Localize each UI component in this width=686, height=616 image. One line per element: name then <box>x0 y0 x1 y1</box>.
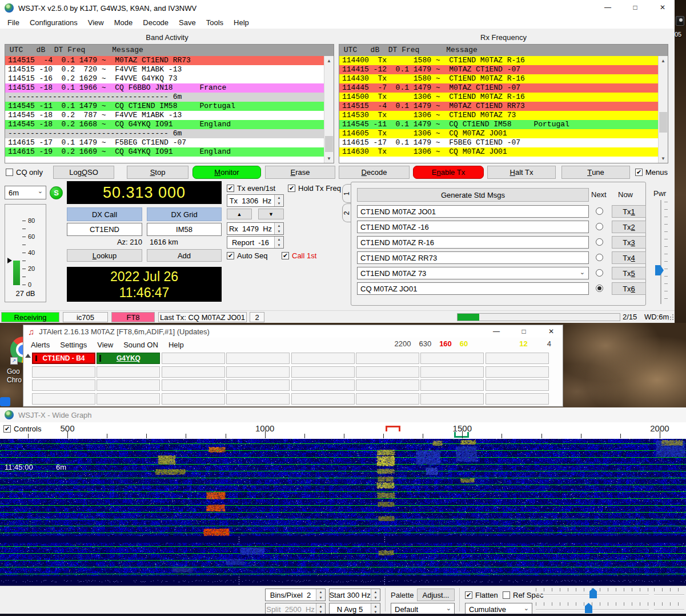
maximize-button[interactable]: □ <box>624 0 647 15</box>
jtalert-cell[interactable]: G4YKQ <box>97 353 160 364</box>
tx-now-button-5[interactable]: Tx 5 <box>612 267 646 279</box>
decode-button[interactable]: Decode <box>339 166 410 179</box>
hold-tx-freq-checkbox[interactable]: Hold Tx Freq <box>288 183 341 193</box>
call-first-checkbox[interactable]: Call 1st <box>282 251 316 260</box>
freq-down-button[interactable]: ▼ <box>258 209 284 219</box>
menu-configurations[interactable]: Configurations <box>25 17 83 28</box>
decode-row[interactable]: 114515 -16 0.2 1629 ~ F4VVE G4YKQ 73 <box>5 74 324 83</box>
menu-save[interactable]: Save <box>174 17 201 28</box>
tx-next-radio-3[interactable] <box>596 238 603 246</box>
jtalert-cell[interactable] <box>420 353 484 364</box>
maximize-button[interactable]: □ <box>512 325 535 338</box>
jtalert-cell[interactable] <box>226 379 290 391</box>
menu-sound[interactable]: Sound ON <box>118 339 163 350</box>
menus-checkbox[interactable]: Menus <box>635 167 668 177</box>
decode-row[interactable]: 114515 -18 0.1 1966 ~ CQ F6BBO JN18 Fran… <box>5 83 324 93</box>
jtalert-cell[interactable] <box>291 393 355 405</box>
jtalert-cell[interactable] <box>356 353 419 364</box>
waterfall-canvas[interactable] <box>0 439 686 586</box>
spinner-arrows-icon[interactable]: ▲▼ <box>274 195 283 206</box>
tx-message-4-input[interactable]: CT1END M0TAZ RR73 <box>357 251 589 264</box>
jtalert-cell[interactable] <box>420 393 484 405</box>
spinner-arrows-icon[interactable]: ▲▼ <box>316 589 325 601</box>
menu-view[interactable]: View <box>92 339 118 350</box>
enable-tx-button[interactable]: Enable Tx <box>413 166 484 179</box>
jtalert-cell[interactable] <box>356 393 419 405</box>
jtalert-cell[interactable]: CT1END - B4 <box>32 353 95 364</box>
tab-1[interactable]: 1 <box>342 184 351 203</box>
jtalert-cell[interactable] <box>420 379 484 391</box>
minimize-button[interactable]: — <box>596 0 619 15</box>
scroll-up-icon[interactable]: ▲ <box>659 56 668 65</box>
radio-app-icon[interactable] <box>676 16 684 26</box>
jtalert-cell[interactable] <box>32 393 95 405</box>
tab-2[interactable]: 2 <box>342 203 351 222</box>
adjust-button[interactable]: Adjust... <box>417 589 455 601</box>
tx-even-checkbox[interactable]: Tx even/1st <box>227 183 275 193</box>
tx-next-radio-5[interactable] <box>596 269 603 277</box>
desktop-icon-partial[interactable] <box>0 397 10 406</box>
monitor-button[interactable]: Monitor <box>192 166 261 179</box>
jtalert-cell[interactable] <box>97 379 160 391</box>
decode-row[interactable]: 114515 -4 0.1 1479 ~ M0TAZ CT1END RR73 <box>339 102 658 111</box>
menu-settings[interactable]: Settings <box>55 339 92 350</box>
jtalert-cell[interactable] <box>291 366 355 378</box>
decode-row[interactable]: 114530 Tx 1306 ~ CT1END M0TAZ 73 <box>339 111 658 120</box>
decode-row[interactable]: 114615 -17 0.1 1479 ~ F5BEG CT1END -07 <box>339 138 658 147</box>
decode-row[interactable]: 114400 Tx 1580 ~ CT1END M0TAZ R-16 <box>339 56 658 65</box>
decode-row[interactable]: 114545 -11 0.1 1479 ~ CQ CT1END IM58 Por… <box>5 102 324 111</box>
start-freq-spinner[interactable]: Start 300 Hz ▲▼ <box>329 589 380 601</box>
jtalert-cell[interactable] <box>162 393 225 405</box>
menu-file[interactable]: File <box>2 17 25 28</box>
erase-button[interactable]: Erase <box>265 166 335 179</box>
jtalert-cell[interactable] <box>162 353 225 364</box>
tx-next-radio-6[interactable] <box>596 285 603 292</box>
tx-message-1-input[interactable]: CT1END M0TAZ JO01 <box>357 205 589 218</box>
scroll-thumb[interactable] <box>659 112 667 133</box>
scroll-thumb[interactable] <box>325 136 333 152</box>
jtalert-cell[interactable] <box>226 393 290 405</box>
decode-row[interactable]: ------------------------------------ 6m <box>5 93 324 102</box>
spec-gain-slider-track[interactable] <box>536 609 649 610</box>
jtalert-cell[interactable] <box>356 379 419 391</box>
decode-row[interactable]: 114605 Tx 1306 ~ CQ M0TAZ JO01 <box>339 129 658 138</box>
spinner-arrows-icon[interactable]: ▲▼ <box>371 603 380 615</box>
jtalert-cell[interactable] <box>32 379 95 391</box>
tx-now-button-1[interactable]: Tx 1 <box>612 205 646 218</box>
lookup-button[interactable]: Lookup <box>67 249 142 262</box>
split-status-button[interactable]: S <box>50 186 63 199</box>
generate-std-msgs-button[interactable]: Generate Std Msgs <box>357 188 589 202</box>
menu-decode[interactable]: Decode <box>138 17 174 28</box>
decode-row[interactable]: 114615 -19 0.2 1669 ~ CQ G4YKQ IO91 Engl… <box>5 147 324 157</box>
minimize-button[interactable]: — <box>485 325 508 338</box>
tune-button[interactable]: Tune <box>561 166 630 179</box>
spinner-arrows-icon[interactable]: ▲▼ <box>274 237 283 248</box>
rx-freq-spinner[interactable]: Rx 1479 Hz ▲▼ <box>227 222 284 235</box>
decode-row[interactable]: 114615 -17 0.1 1479 ~ F5BEG CT1END -07 <box>5 138 324 147</box>
spec-zero-slider-track[interactable] <box>654 609 684 610</box>
menu-tools[interactable]: Tools <box>201 17 228 28</box>
jtalert-cell[interactable] <box>162 379 225 391</box>
tx-message-5-input[interactable]: CT1END M0TAZ 73⌄ <box>357 267 589 279</box>
freq-up-button[interactable]: ▲ <box>227 209 252 219</box>
jtalert-cell[interactable] <box>97 393 160 405</box>
tx-now-button-6[interactable]: Tx 6 <box>612 282 646 295</box>
menu-alerts[interactable]: Alerts <box>26 339 55 350</box>
jtalert-cell[interactable] <box>486 353 549 364</box>
dx-call-input[interactable]: CT1END <box>67 223 142 236</box>
band-select[interactable]: 6m ⌄ <box>5 186 46 199</box>
decode-row[interactable]: ------------------------------------ 6m <box>5 129 324 138</box>
dx-grid-input[interactable]: IM58 <box>147 223 222 236</box>
tx-freq-spinner[interactable]: Tx 1306 Hz ▲▼ <box>227 194 284 207</box>
pwr-slider-track[interactable] <box>660 200 661 304</box>
scroll-up-icon[interactable]: ▲ <box>324 56 334 65</box>
tx-message-6-input[interactable]: CQ M0TAZ JO01 <box>357 282 589 295</box>
jtalert-cell[interactable] <box>97 366 160 378</box>
report-spinner[interactable]: Report -16 ▲▼ <box>227 236 284 249</box>
auto-seq-checkbox[interactable]: Auto Seq <box>227 251 268 260</box>
jtalert-cell[interactable] <box>486 393 549 405</box>
jtalert-cell[interactable] <box>291 379 355 391</box>
decode-row[interactable]: 114430 Tx 1580 ~ CT1END M0TAZ R-16 <box>339 74 658 83</box>
jtalert-cell[interactable] <box>420 366 484 378</box>
jtalert-cell[interactable] <box>226 366 290 378</box>
